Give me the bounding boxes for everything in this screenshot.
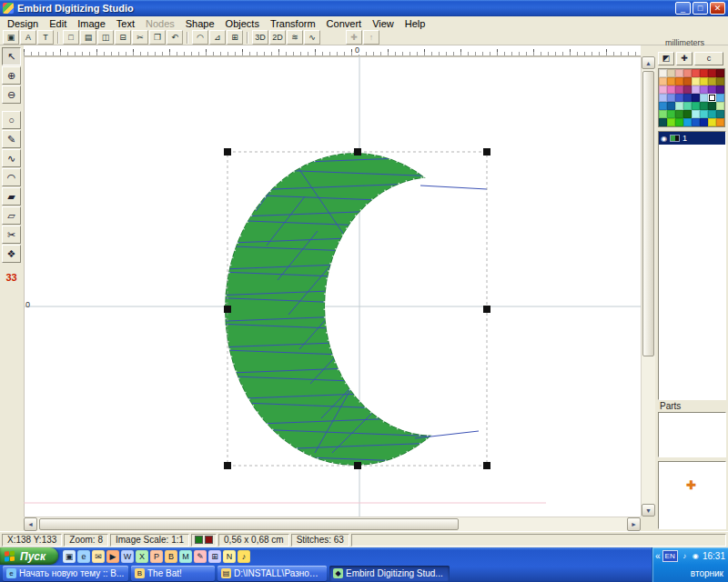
clock[interactable]: 16:31	[703, 551, 725, 561]
palette-mode-button[interactable]: ◩	[658, 52, 674, 65]
design-manual-button[interactable]: ▣	[3, 30, 19, 45]
zoom-in-tool[interactable]: ⊕	[2, 66, 21, 85]
save-design-button[interactable]: ◫	[97, 30, 114, 45]
palette-color-5[interactable]	[700, 69, 708, 77]
open-design-button[interactable]: ▤	[80, 30, 96, 45]
volume-tray-icon[interactable]: ♪	[680, 551, 690, 561]
menu-item-edit[interactable]: Edit	[44, 17, 72, 30]
menu-item-design[interactable]: Design	[2, 17, 44, 30]
palette-color-50[interactable]	[675, 118, 683, 126]
stitch-view-button[interactable]: ≋	[287, 30, 303, 45]
palette-color-23[interactable]	[716, 85, 724, 94]
menu-item-view[interactable]: View	[367, 17, 399, 30]
palette-color-47[interactable]	[716, 110, 724, 118]
text-mode-button[interactable]: T	[37, 30, 54, 45]
palette-color-22[interactable]	[708, 85, 716, 94]
palette-color-21[interactable]	[700, 85, 708, 94]
scroll-left-button[interactable]: ◄	[24, 517, 37, 531]
palette-color-8[interactable]	[659, 77, 667, 85]
taskbar-window-0[interactable]: eНачать новую тему :: В...	[3, 566, 128, 581]
palette-color-36[interactable]	[692, 102, 700, 110]
palette-color-16[interactable]	[659, 85, 667, 94]
stitch-generator-button[interactable]: ∿	[304, 30, 320, 45]
paint-quicklaunch-icon[interactable]: ✎	[194, 550, 207, 563]
palette-color-41[interactable]	[667, 110, 675, 118]
design-canvas[interactable]: 0	[24, 56, 641, 517]
cut-button[interactable]: ✂	[132, 30, 148, 45]
palette-color-19[interactable]	[683, 85, 692, 94]
preview-panel[interactable]: ✚	[658, 461, 726, 529]
thread-catalog-button[interactable]: c	[694, 52, 723, 65]
palette-color-27[interactable]	[683, 94, 692, 102]
excel-quicklaunch-icon[interactable]: X	[136, 550, 148, 563]
palette-color-12[interactable]	[692, 77, 700, 85]
palette-color-39[interactable]	[716, 102, 724, 110]
object-list-row[interactable]: ◉ 1	[659, 132, 725, 145]
taskbar-window-2[interactable]: ▤D:\INSTALL\Разное\Embird	[217, 566, 327, 581]
palette-color-43[interactable]	[683, 110, 692, 118]
scheduler-tray-icon[interactable]: ◉	[691, 551, 701, 561]
selection-handle-s[interactable]	[354, 462, 361, 469]
palette-color-52[interactable]	[692, 118, 700, 126]
calculator-quicklaunch-icon[interactable]: ⊞	[208, 550, 221, 563]
add-thread-button[interactable]: ✚	[676, 52, 693, 65]
new-design-button[interactable]: □	[63, 30, 79, 45]
palette-color-10[interactable]	[675, 77, 683, 85]
menu-item-transform[interactable]: Transform	[265, 17, 321, 30]
minimize-button[interactable]: _	[675, 2, 691, 15]
palette-color-31[interactable]	[716, 94, 724, 102]
crescent-object[interactable]	[213, 153, 543, 466]
palette-color-32[interactable]	[659, 102, 667, 110]
close-button[interactable]: ✕	[710, 2, 725, 15]
palette-color-15[interactable]	[716, 77, 724, 85]
media-player-quicklaunch-icon[interactable]: ▶	[106, 550, 119, 563]
vertical-scroll-thumb[interactable]	[642, 71, 654, 356]
palette-color-35[interactable]	[683, 102, 692, 110]
palette-color-13[interactable]	[700, 77, 708, 85]
maximize-button[interactable]: □	[693, 2, 708, 15]
scroll-down-button[interactable]: ▼	[642, 504, 655, 517]
arc-tool[interactable]: ◠	[2, 168, 21, 186]
selection-handle-nw[interactable]	[224, 148, 231, 156]
copy-button[interactable]: ❐	[149, 30, 166, 45]
messenger-quicklaunch-icon[interactable]: M	[179, 550, 192, 563]
palette-color-54[interactable]	[708, 118, 716, 126]
vertical-scrollbar[interactable]: ▲ ▼	[641, 56, 655, 517]
palette-color-7[interactable]	[716, 69, 724, 77]
palette-color-55[interactable]	[716, 118, 724, 126]
palette-color-0[interactable]	[659, 69, 667, 77]
node-edit-tool[interactable]: ❖	[2, 245, 21, 263]
taskbar-window-3[interactable]: ◆Embird Digitizing Stud...	[329, 566, 450, 581]
palette-color-20[interactable]	[692, 85, 700, 94]
palette-color-17[interactable]	[667, 85, 675, 94]
word-quicklaunch-icon[interactable]: W	[121, 550, 134, 563]
menu-item-convert[interactable]: Convert	[321, 17, 368, 30]
palette-color-25[interactable]	[667, 94, 675, 102]
winamp-quicklaunch-icon[interactable]: ♪	[238, 550, 250, 563]
bezier-tool[interactable]: ∿	[2, 149, 21, 167]
palette-color-42[interactable]	[675, 110, 683, 118]
palette-color-11[interactable]	[683, 77, 692, 85]
freehand-tool[interactable]: ✎	[2, 130, 21, 148]
menu-item-objects[interactable]: Objects	[220, 17, 265, 30]
lettering-button[interactable]: A	[20, 30, 36, 45]
view-2d-button[interactable]: 2D	[269, 30, 286, 45]
palette-color-46[interactable]	[708, 110, 716, 118]
horizontal-scroll-thumb[interactable]	[39, 518, 459, 530]
palette-color-51[interactable]	[683, 118, 692, 126]
selection-handle-n[interactable]	[354, 148, 361, 156]
view-3d-button[interactable]: 3D	[252, 30, 268, 45]
scissors-tool[interactable]: ✂	[2, 226, 21, 244]
palette-color-30[interactable]	[708, 94, 716, 102]
selection-handle-ne[interactable]	[483, 148, 490, 156]
palette-color-26[interactable]	[675, 94, 683, 102]
selection-handle-se[interactable]	[483, 462, 490, 469]
show-desktop-quicklaunch-icon[interactable]: ▣	[63, 550, 76, 563]
center-origin-button[interactable]: ✚	[346, 30, 362, 45]
palette-color-2[interactable]	[675, 69, 683, 77]
palette-color-49[interactable]	[667, 118, 675, 126]
select-tool[interactable]: ↖	[2, 47, 21, 65]
taskbar-window-1[interactable]: BThe Bat!	[131, 566, 215, 581]
palette-color-6[interactable]	[708, 69, 716, 77]
palette-color-40[interactable]	[659, 110, 667, 118]
